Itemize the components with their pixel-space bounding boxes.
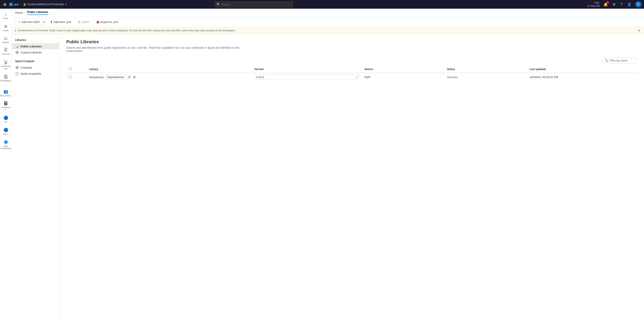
table-row: fuzzywuzzy Dependencies 🔗 🗑 [66, 73, 637, 82]
row-library-cell: fuzzywuzzy Dependencies 🔗 🗑 [87, 73, 252, 82]
warning-close-button[interactable]: ✕ [638, 29, 640, 32]
notifications-button[interactable]: 🔔 4 [603, 1, 609, 7]
spark-compute-section-label: Spark Compute [12, 59, 59, 64]
sidebar-item-browse[interactable]: 🗂 Browse [1, 34, 11, 45]
sidebar-item-create[interactable]: ⊕ Create [1, 22, 11, 33]
page-body: Libraries 📊 Public Libraries ⚙️ Custom L… [12, 34, 644, 321]
search-icon: 🔍 [216, 3, 220, 6]
sidebar-nav-compute[interactable]: ⚙️ Compute [12, 64, 59, 71]
waffle-icon[interactable]: ⊞ [2, 1, 7, 7]
delete-button[interactable]: 🗑 Delete [75, 19, 92, 25]
sidebar-item-shaijun[interactable]: 👥 Shuaijun_Demo_Env [1, 87, 11, 99]
content-area: Home › Public Libraries ＋ Add from PyPI … [12, 9, 644, 321]
sidebar-item-label-home: Home [3, 17, 8, 20]
shaijun-icon: 👥 [4, 89, 8, 94]
delete-row-icon[interactable]: 🗑 [132, 75, 136, 79]
data-engineering-icon: 🔷 [4, 140, 8, 145]
sidebar-nav-custom-libraries[interactable]: ⚙️ Custom Libraries [12, 49, 59, 55]
add-pypi-dropdown-button[interactable]: ▾ [42, 19, 46, 25]
add-from-yml-label: Add from .yml [54, 20, 71, 23]
left-sidebar: ⌂ Home ⊕ Create 🗂 Browse 🗄 Data hub 📡 Mo… [0, 9, 12, 321]
row-checkbox-cell [66, 73, 87, 82]
export-to-yml-label: Export to .yml [101, 20, 118, 23]
link-icon[interactable]: 🔗 [127, 75, 132, 79]
filter-bar: 🔍 Filter by name [66, 58, 637, 63]
source-value: PyPI [364, 75, 370, 79]
version-select[interactable]: 0.18.0 ▾ [254, 75, 359, 80]
public-libraries-nav-label: Public Libraries [20, 45, 42, 48]
page-title: Public Libraries [66, 39, 637, 44]
sidebar-item-data-engineering[interactable]: 🔷 Data Engineering [1, 138, 11, 152]
sidebar-item-notebook1[interactable]: 📓 Notebook 1 [1, 99, 11, 113]
sidebar-item-label-datahub: Data hub [2, 53, 10, 55]
version-dropdown-arrow: ▾ [356, 76, 357, 78]
add-icon: ＋ [18, 20, 20, 24]
env-label: env [14, 3, 19, 6]
custom-libraries-nav-label: Custom Libraries [20, 51, 42, 54]
breadcrumb-home[interactable]: Home [15, 11, 23, 14]
add-from-pypi-label: Add from PyPI [22, 20, 40, 23]
dependencies-label: Dependencies [107, 76, 124, 79]
help-button[interactable]: ? [620, 1, 623, 7]
row-last-updated-cell: 10/24/23, 04:22:02 PM [527, 73, 637, 82]
sidebar-item-label-env11: env11 [3, 133, 8, 135]
add-from-yml-button[interactable]: ⬆ Add from .yml [48, 19, 74, 25]
spark-properties-nav-label: Spark properties [20, 72, 41, 75]
trial-info: Trial: 57 days left [588, 1, 600, 7]
sidebar-item-home[interactable]: ⌂ Home [1, 10, 11, 21]
sidebar-item-workspaces[interactable]: 🏠 Workspaces [1, 72, 11, 84]
add-from-pypi-button[interactable]: ＋ Add from PyPI [16, 19, 42, 25]
delete-icon: 🗑 [78, 20, 80, 23]
custom-libraries-nav-icon: ⚙️ [15, 51, 19, 54]
compute-nav-label: Compute [20, 66, 32, 69]
compute-nav-icon: ⚙️ [15, 66, 19, 69]
breadcrumb: Home › Public Libraries [12, 9, 644, 17]
header-last-updated: Last updated [527, 66, 637, 73]
avatar[interactable]: S [635, 1, 642, 7]
warning-banner: ℹ Environment is in Preview. Other users… [12, 27, 644, 34]
row-actions: Dependencies 🔗 🗑 [105, 75, 136, 80]
env11-icon: 🔵 [4, 128, 8, 132]
public-libraries-nav-icon: 📊 [15, 45, 19, 48]
page-desc: Search and add libraries from public rep… [66, 46, 240, 53]
sidebar-divider [2, 85, 9, 86]
sidebar-item-label-env: env [4, 121, 7, 123]
sidebar-nav-public-libraries[interactable]: 📊 Public Libraries [12, 43, 59, 49]
row-version-cell: 0.18.0 ▾ [252, 73, 362, 82]
export-icon: 📤 [96, 20, 100, 23]
row-checkbox[interactable] [69, 75, 72, 78]
header-version: Version [252, 66, 362, 73]
last-updated-value: 10/24/23, 04:22:02 PM [530, 75, 558, 79]
browse-icon: 🗂 [4, 36, 8, 41]
main-content: Public Libraries Search and add librarie… [59, 34, 644, 321]
library-sort-icon: ↑ [100, 68, 101, 71]
sidebar-nav-spark-properties[interactable]: 📋 Spark properties [12, 71, 59, 77]
export-to-yml-button[interactable]: 📤 Export to .yml [94, 19, 120, 25]
datahub-icon: 🗄 [4, 48, 8, 52]
sidebar-item-monitoring[interactable]: 📡 Monitoring hub [1, 58, 11, 72]
sidebar-item-datahub[interactable]: 🗄 Data hub [1, 46, 11, 57]
filter-input-wrap[interactable]: 🔍 Filter by name [602, 58, 637, 63]
sidebar-item-env11[interactable]: 🔵 env11 [1, 126, 11, 137]
topbar-actions: Trial: 57 days left 🔔 4 ⚙ ? 👤 S [588, 1, 642, 7]
search-bar[interactable]: 🔍 [215, 1, 293, 7]
header-library[interactable]: Library ↑ [87, 66, 252, 73]
confidential-label: 🔒 Confidential\Microsoft Extended ∨ [23, 3, 66, 6]
sidebar-item-env[interactable]: 🔵 env [1, 114, 11, 125]
notification-badge: 4 [606, 1, 609, 4]
account-button[interactable]: 👤 [626, 1, 632, 7]
table-header: Library ↑ Version Source Status [66, 66, 637, 73]
search-input[interactable] [215, 1, 293, 7]
warning-icon: ℹ [15, 29, 16, 32]
row-status-cell: Success [444, 73, 527, 82]
dependencies-button[interactable]: Dependencies [105, 75, 126, 80]
select-all-checkbox[interactable] [69, 67, 72, 70]
header-source: Source [362, 66, 444, 73]
sidebar-item-label-create: Create [3, 29, 9, 32]
header-checkbox-col [66, 66, 87, 73]
spark-properties-nav-icon: 📋 [15, 72, 19, 75]
home-icon: ⌂ [4, 12, 7, 17]
settings-button[interactable]: ⚙ [612, 1, 616, 7]
table-body: fuzzywuzzy Dependencies 🔗 🗑 [66, 73, 637, 82]
breadcrumb-public-libraries[interactable]: Public Libraries [27, 10, 48, 15]
